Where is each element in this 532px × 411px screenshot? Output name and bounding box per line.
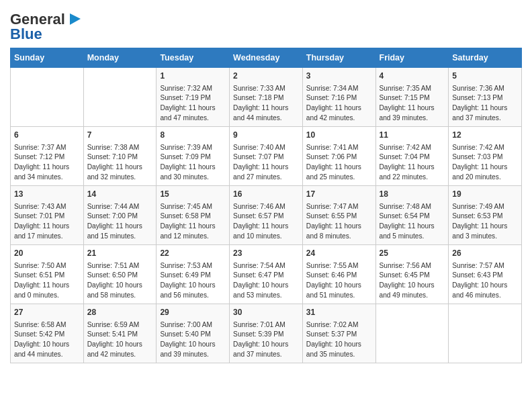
- calendar-cell: 25Sunrise: 7:56 AM Sunset: 6:45 PM Dayli…: [375, 245, 449, 304]
- day-info: Sunrise: 7:42 AM Sunset: 7:04 PM Dayligh…: [380, 143, 445, 183]
- calendar-cell: 21Sunrise: 7:51 AM Sunset: 6:50 PM Dayli…: [83, 245, 157, 304]
- day-info: Sunrise: 7:53 AM Sunset: 6:49 PM Dayligh…: [160, 261, 226, 301]
- day-info: Sunrise: 7:51 AM Sunset: 6:50 PM Dayligh…: [87, 261, 153, 301]
- day-number: 29: [160, 307, 226, 318]
- day-number: 20: [14, 248, 80, 259]
- calendar-cell: [83, 68, 157, 127]
- calendar-body: 1Sunrise: 7:32 AM Sunset: 7:19 PM Daylig…: [11, 68, 522, 363]
- col-sunday: Sunday: [11, 48, 84, 68]
- day-info: Sunrise: 7:00 AM Sunset: 5:40 PM Dayligh…: [160, 320, 226, 360]
- day-number: 3: [306, 71, 372, 82]
- calendar-cell: 20Sunrise: 7:50 AM Sunset: 6:51 PM Dayli…: [11, 245, 84, 304]
- day-info: Sunrise: 7:45 AM Sunset: 6:58 PM Dayligh…: [160, 202, 226, 242]
- calendar-cell: 8Sunrise: 7:39 AM Sunset: 7:09 PM Daylig…: [157, 127, 230, 186]
- day-number: 16: [233, 189, 299, 200]
- day-info: Sunrise: 7:49 AM Sunset: 6:53 PM Dayligh…: [452, 202, 518, 242]
- calendar-cell: [375, 304, 449, 363]
- calendar-cell: 3Sunrise: 7:34 AM Sunset: 7:16 PM Daylig…: [302, 68, 375, 127]
- day-number: 15: [160, 189, 226, 200]
- day-number: 23: [233, 248, 299, 259]
- col-tuesday: Tuesday: [157, 48, 230, 68]
- day-number: 6: [14, 130, 80, 141]
- calendar-cell: 4Sunrise: 7:35 AM Sunset: 7:15 PM Daylig…: [375, 68, 449, 127]
- calendar-cell: 12Sunrise: 7:42 AM Sunset: 7:03 PM Dayli…: [449, 127, 522, 186]
- day-info: Sunrise: 7:33 AM Sunset: 7:18 PM Dayligh…: [233, 84, 299, 124]
- day-number: 8: [160, 130, 226, 141]
- col-saturday: Saturday: [449, 48, 522, 68]
- svg-marker-0: [70, 13, 81, 25]
- calendar-cell: 16Sunrise: 7:46 AM Sunset: 6:57 PM Dayli…: [230, 186, 303, 245]
- day-info: Sunrise: 6:58 AM Sunset: 5:42 PM Dayligh…: [14, 320, 80, 360]
- day-number: 25: [380, 248, 445, 259]
- day-info: Sunrise: 7:38 AM Sunset: 7:10 PM Dayligh…: [87, 143, 153, 183]
- calendar-cell: 6Sunrise: 7:37 AM Sunset: 7:12 PM Daylig…: [11, 127, 84, 186]
- day-info: Sunrise: 6:59 AM Sunset: 5:41 PM Dayligh…: [87, 320, 153, 360]
- calendar-cell: 31Sunrise: 7:02 AM Sunset: 5:37 PM Dayli…: [302, 304, 375, 363]
- day-number: 9: [233, 130, 299, 141]
- col-wednesday: Wednesday: [230, 48, 303, 68]
- day-number: 7: [87, 130, 153, 141]
- day-info: Sunrise: 7:39 AM Sunset: 7:09 PM Dayligh…: [160, 143, 226, 183]
- day-number: 28: [87, 307, 153, 318]
- col-friday: Friday: [375, 48, 449, 68]
- day-info: Sunrise: 7:56 AM Sunset: 6:45 PM Dayligh…: [380, 261, 445, 301]
- day-info: Sunrise: 7:42 AM Sunset: 7:03 PM Dayligh…: [452, 143, 518, 183]
- calendar-cell: 26Sunrise: 7:57 AM Sunset: 6:43 PM Dayli…: [449, 245, 522, 304]
- day-number: 10: [306, 130, 372, 141]
- day-info: Sunrise: 7:36 AM Sunset: 7:13 PM Dayligh…: [452, 84, 518, 124]
- calendar-table: Sunday Monday Tuesday Wednesday Thursday…: [10, 48, 522, 363]
- day-number: 19: [452, 189, 518, 200]
- logo-text-blue: Blue: [10, 26, 42, 42]
- day-number: 17: [306, 189, 372, 200]
- day-info: Sunrise: 7:43 AM Sunset: 7:01 PM Dayligh…: [14, 202, 80, 242]
- calendar-week-row: 1Sunrise: 7:32 AM Sunset: 7:19 PM Daylig…: [11, 68, 522, 127]
- calendar-cell: 19Sunrise: 7:49 AM Sunset: 6:53 PM Dayli…: [449, 186, 522, 245]
- calendar-cell: 9Sunrise: 7:40 AM Sunset: 7:07 PM Daylig…: [230, 127, 303, 186]
- calendar-cell: 7Sunrise: 7:38 AM Sunset: 7:10 PM Daylig…: [83, 127, 157, 186]
- calendar-cell: 1Sunrise: 7:32 AM Sunset: 7:19 PM Daylig…: [157, 68, 230, 127]
- day-number: 27: [14, 307, 80, 318]
- day-info: Sunrise: 7:48 AM Sunset: 6:54 PM Dayligh…: [380, 202, 445, 242]
- calendar-cell: 27Sunrise: 6:58 AM Sunset: 5:42 PM Dayli…: [11, 304, 84, 363]
- calendar-cell: 2Sunrise: 7:33 AM Sunset: 7:18 PM Daylig…: [230, 68, 303, 127]
- day-number: 11: [380, 130, 445, 141]
- day-number: 13: [14, 189, 80, 200]
- calendar-week-row: 6Sunrise: 7:37 AM Sunset: 7:12 PM Daylig…: [11, 127, 522, 186]
- calendar-week-row: 13Sunrise: 7:43 AM Sunset: 7:01 PM Dayli…: [11, 186, 522, 245]
- col-thursday: Thursday: [302, 48, 375, 68]
- day-number: 31: [306, 307, 372, 318]
- logo: General Blue: [10, 10, 82, 42]
- day-info: Sunrise: 7:50 AM Sunset: 6:51 PM Dayligh…: [14, 261, 80, 301]
- col-monday: Monday: [83, 48, 157, 68]
- day-number: 22: [160, 248, 226, 259]
- day-info: Sunrise: 7:34 AM Sunset: 7:16 PM Dayligh…: [306, 84, 372, 124]
- calendar-cell: 13Sunrise: 7:43 AM Sunset: 7:01 PM Dayli…: [11, 186, 84, 245]
- day-number: 1: [160, 71, 226, 82]
- calendar-cell: 14Sunrise: 7:44 AM Sunset: 7:00 PM Dayli…: [83, 186, 157, 245]
- day-info: Sunrise: 7:55 AM Sunset: 6:46 PM Dayligh…: [306, 261, 372, 301]
- day-number: 5: [452, 71, 518, 82]
- calendar-week-row: 27Sunrise: 6:58 AM Sunset: 5:42 PM Dayli…: [11, 304, 522, 363]
- day-info: Sunrise: 7:44 AM Sunset: 7:00 PM Dayligh…: [87, 202, 153, 242]
- day-info: Sunrise: 7:46 AM Sunset: 6:57 PM Dayligh…: [233, 202, 299, 242]
- day-number: 14: [87, 189, 153, 200]
- day-info: Sunrise: 7:32 AM Sunset: 7:19 PM Dayligh…: [160, 84, 226, 124]
- day-info: Sunrise: 7:57 AM Sunset: 6:43 PM Dayligh…: [452, 261, 518, 301]
- logo-arrow-icon: [67, 11, 82, 26]
- calendar-cell: 15Sunrise: 7:45 AM Sunset: 6:58 PM Dayli…: [157, 186, 230, 245]
- calendar-cell: [11, 68, 84, 127]
- day-number: 26: [452, 248, 518, 259]
- day-number: 4: [380, 71, 445, 82]
- calendar-cell: 28Sunrise: 6:59 AM Sunset: 5:41 PM Dayli…: [83, 304, 157, 363]
- calendar-week-row: 20Sunrise: 7:50 AM Sunset: 6:51 PM Dayli…: [11, 245, 522, 304]
- day-number: 30: [233, 307, 299, 318]
- calendar-cell: 29Sunrise: 7:00 AM Sunset: 5:40 PM Dayli…: [157, 304, 230, 363]
- day-info: Sunrise: 7:02 AM Sunset: 5:37 PM Dayligh…: [306, 320, 372, 360]
- calendar-cell: 22Sunrise: 7:53 AM Sunset: 6:49 PM Dayli…: [157, 245, 230, 304]
- day-info: Sunrise: 7:47 AM Sunset: 6:55 PM Dayligh…: [306, 202, 372, 242]
- day-number: 2: [233, 71, 299, 82]
- day-info: Sunrise: 7:41 AM Sunset: 7:06 PM Dayligh…: [306, 143, 372, 183]
- day-info: Sunrise: 7:54 AM Sunset: 6:47 PM Dayligh…: [233, 261, 299, 301]
- day-info: Sunrise: 7:40 AM Sunset: 7:07 PM Dayligh…: [233, 143, 299, 183]
- day-number: 24: [306, 248, 372, 259]
